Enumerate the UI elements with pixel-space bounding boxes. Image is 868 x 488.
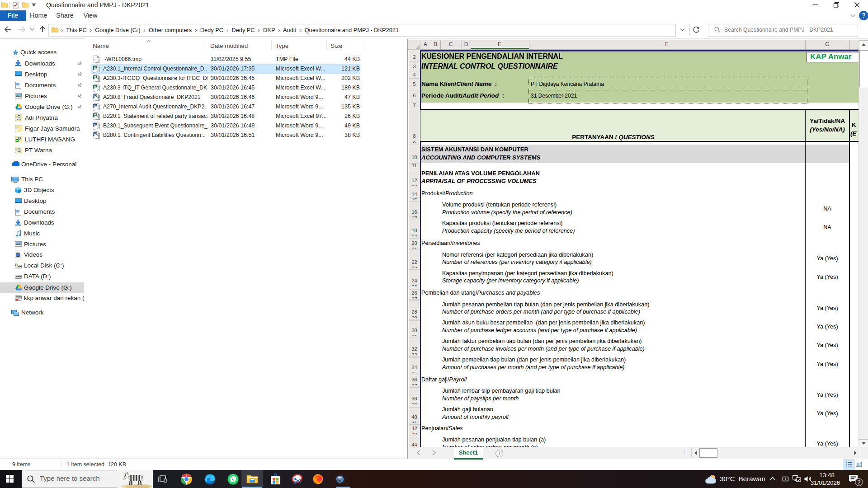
svg-text:2: 2	[858, 479, 861, 486]
